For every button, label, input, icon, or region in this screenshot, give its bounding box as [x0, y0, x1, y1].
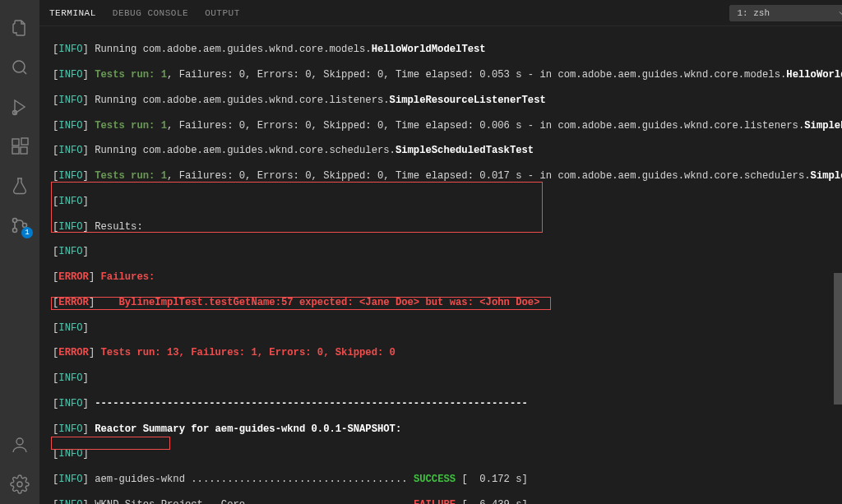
tab-debug-console[interactable]: DEBUG CONSOLE [113, 8, 188, 18]
svg-point-10 [17, 482, 22, 487]
accounts-icon[interactable] [0, 425, 39, 465]
scrollbar-track[interactable] [834, 26, 842, 504]
run-debug-icon[interactable] [0, 87, 39, 127]
panel-area: TERMINAL DEBUG CONSOLE OUTPUT 1: zsh [39, 0, 842, 504]
testing-icon[interactable] [0, 166, 39, 206]
svg-rect-5 [21, 138, 28, 145]
chevron-down-icon [837, 8, 842, 21]
settings-gear-icon[interactable] [0, 465, 39, 504]
source-control-icon[interactable]: 1 [0, 206, 39, 245]
svg-point-9 [16, 438, 23, 445]
tab-terminal[interactable]: TERMINAL [49, 8, 96, 18]
svg-rect-2 [12, 139, 19, 146]
svg-rect-3 [12, 147, 19, 154]
search-icon[interactable] [0, 48, 39, 87]
explorer-icon[interactable] [0, 8, 39, 48]
scrollbar-thumb[interactable] [834, 273, 842, 405]
scm-badge: 1 [21, 227, 33, 238]
terminal-output[interactable]: [INFO] Running com.adobe.aem.guides.wknd… [39, 26, 842, 504]
shell-label: 1: zsh [737, 8, 770, 18]
svg-point-6 [13, 219, 17, 223]
tab-output[interactable]: OUTPUT [205, 8, 240, 18]
panel-tabs: TERMINAL DEBUG CONSOLE OUTPUT 1: zsh [39, 0, 842, 26]
svg-rect-4 [21, 147, 27, 154]
svg-point-7 [13, 229, 17, 233]
terminal-shell-select[interactable]: 1: zsh [729, 5, 842, 21]
extensions-icon[interactable] [0, 127, 39, 166]
activity-bar: 1 [0, 0, 39, 504]
svg-point-0 [13, 61, 25, 72]
